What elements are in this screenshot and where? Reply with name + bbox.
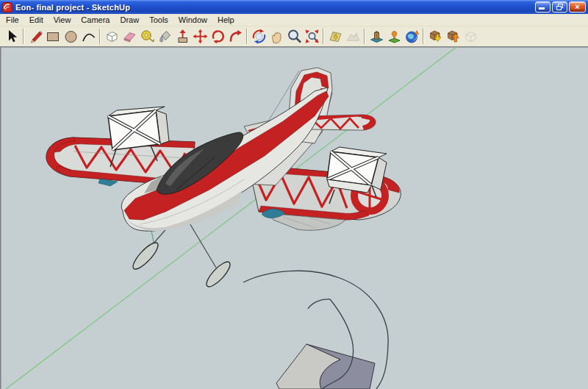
menu-help[interactable]: Help: [212, 15, 240, 25]
minimize-icon: [539, 7, 545, 10]
get-models-icon: [428, 29, 443, 44]
orbit-tool-button[interactable]: [250, 28, 268, 46]
zoom-extents-icon: [304, 29, 320, 44]
line-tool-button[interactable]: [26, 28, 44, 46]
paint-bucket-icon: [157, 29, 173, 44]
toggle-terrain-icon: [345, 29, 361, 44]
toolbar-separator: [423, 29, 424, 44]
minimize-button[interactable]: [535, 1, 551, 13]
toolbar-separator: [99, 29, 101, 44]
push-pull-tool-button[interactable]: [173, 28, 191, 46]
rectangle-tool-button[interactable]: [44, 28, 62, 46]
get-current-view-button[interactable]: [326, 28, 344, 46]
toolbar-separator: [323, 29, 324, 44]
make-component-button[interactable]: [103, 28, 121, 46]
title-bar: Eon- final project - SketchUp ×: [0, 0, 588, 14]
pencil-icon: [28, 29, 43, 44]
eraser-tool-button[interactable]: [121, 28, 138, 46]
restore-icon: [556, 4, 563, 10]
send-to-layout-icon: [463, 29, 478, 44]
viewport-3d[interactable]: [0, 46, 588, 389]
select-tool-button[interactable]: [3, 28, 21, 46]
close-icon: ×: [575, 3, 579, 11]
menu-window[interactable]: Window: [173, 15, 212, 25]
zoom-extents-button[interactable]: [303, 28, 320, 46]
photo-textures-icon: [387, 29, 402, 44]
rotate-tool-button[interactable]: [209, 28, 226, 46]
rectangle-icon: [46, 29, 61, 44]
share-model-icon: [445, 29, 461, 44]
toolbar-separator: [246, 29, 248, 44]
circle-icon: [63, 29, 79, 44]
tape-measure-tool-button[interactable]: [138, 28, 156, 46]
follow-me-tool-button[interactable]: [226, 28, 244, 46]
move-icon: [193, 29, 208, 44]
toolbar: [0, 26, 588, 46]
zoom-tool-button[interactable]: [285, 28, 303, 46]
menu-edit[interactable]: Edit: [24, 15, 49, 25]
sketchup-window: Eon- final project - SketchUp × File Edi…: [0, 0, 588, 389]
close-button[interactable]: ×: [569, 1, 586, 13]
toggle-terrain-button[interactable]: [344, 28, 362, 46]
select-arrow-icon: [4, 29, 20, 44]
follow-me-icon: [228, 29, 243, 44]
menu-view[interactable]: View: [49, 15, 76, 25]
circle-tool-button[interactable]: [62, 28, 79, 46]
send-to-layout-button[interactable]: [462, 28, 479, 46]
zoom-magnifier-icon: [287, 29, 302, 44]
place-model-icon: [369, 29, 384, 44]
viewport-border-top: [0, 46, 588, 48]
pan-hand-icon: [269, 29, 284, 44]
menu-bar: File Edit View Camera Draw Tools Window …: [0, 14, 588, 26]
arc-tool-button[interactable]: [79, 28, 97, 46]
tape-measure-icon: [140, 29, 155, 44]
menu-file[interactable]: File: [1, 15, 24, 25]
push-pull-icon: [175, 29, 190, 44]
restore-button[interactable]: [552, 1, 567, 13]
menu-camera[interactable]: Camera: [76, 15, 115, 25]
place-model-button[interactable]: [368, 28, 385, 46]
toolbar-separator: [23, 29, 24, 44]
photo-textures-button[interactable]: [385, 28, 403, 46]
menu-draw[interactable]: Draw: [115, 15, 144, 25]
rotate-icon: [210, 29, 226, 44]
pan-tool-button[interactable]: [268, 28, 285, 46]
google-earth-globe-icon: [404, 29, 420, 44]
scene-svg: [0, 46, 588, 389]
window-controls: ×: [534, 1, 586, 13]
airplane-model[interactable]: [46, 68, 401, 290]
get-models-button[interactable]: [426, 28, 444, 46]
menu-tools[interactable]: Tools: [144, 15, 173, 25]
window-title: Eon- final project - SketchUp: [15, 3, 531, 12]
get-current-view-icon: [328, 29, 343, 44]
google-earth-button[interactable]: [403, 28, 420, 46]
ground-plane-face[interactable]: [276, 344, 375, 389]
sketchup-logo-icon: [2, 2, 12, 13]
orbit-icon: [251, 29, 267, 44]
component-box-icon: [104, 29, 120, 44]
eraser-icon: [122, 29, 137, 44]
wheel-left: [129, 240, 161, 273]
toolbar-separator: [364, 29, 365, 44]
paint-bucket-tool-button[interactable]: [156, 28, 173, 46]
move-tool-button[interactable]: [191, 28, 209, 46]
viewport-border-left: [0, 46, 1, 389]
arc-icon: [81, 29, 96, 44]
share-model-button[interactable]: [444, 28, 462, 46]
wheel-right: [204, 259, 234, 290]
